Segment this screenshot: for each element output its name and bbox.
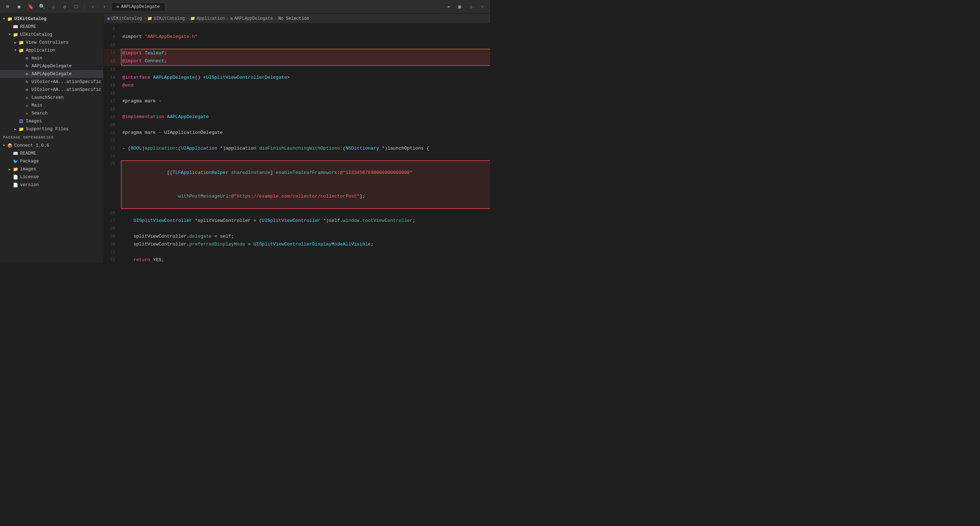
sidebar-item-uikitkatalog[interactable]: ▼ 📁 UIKitCatalog [0,31,103,39]
line-content: @import Connect; [121,57,490,66]
app-icon-btn[interactable]: ⊞ [3,2,12,11]
line-content: withPostMessageUrl:@"https://example.com… [121,185,490,209]
code-line-17: 17 #pragma mark - [104,97,490,105]
line-content: @implementation AAPLAppDelegate [121,113,490,121]
breadcrumb-label: Application [197,16,225,21]
shape-btn[interactable]: □ [72,2,81,11]
sidebar-item-uicolor-m[interactable]: m UIColor+AA...ationSpecific [0,86,103,94]
arrow-placeholder [19,111,24,116]
active-tab[interactable]: m AAPLAppDelegate [111,3,165,11]
line-content: #import "AAPLAppDelegate.h" [121,33,490,41]
doc-icon: 📄 [12,182,19,188]
sidebar-item-connect-pkg[interactable]: ▼ 📦 Connect 1.0.6 [0,142,103,150]
toolbar-right: ⇥ ▣ ⚠ ✕ [444,2,487,11]
sidebar-item-aaplappdelegate-m[interactable]: m AAPLAppDelegate [0,70,103,78]
img-icon: 🖼 [18,118,24,124]
book-icon: 📖 [12,150,19,157]
breadcrumb-item-5[interactable]: No Selection [278,16,309,21]
line-content: return YES; [121,256,490,263]
arrow-placeholder [19,103,24,108]
sidebar-item-package[interactable]: 🐦 Package [0,158,103,165]
sidebar-item-supporting-files[interactable]: ▶ 📁 Supporting Files [0,125,103,133]
line-number: 29 [104,233,121,241]
line-number: 32 [104,256,121,263]
line-number: 19 [104,113,121,121]
sidebar-item-label: README [20,24,36,29]
sidebar-item-version[interactable]: 📄 version [0,181,103,189]
line-number: 10 [104,41,121,49]
sidebar-item-main-m[interactable]: m main [0,54,103,62]
sidebar-item-license[interactable]: 📄 License [0,173,103,181]
sidebar-item-label: UIKitCatalog [14,16,46,21]
split-view-btn[interactable]: ⇥ [444,2,453,11]
code-editor[interactable]: 8 9 #import "AAPLAppDelegate.h" 10 11 @i… [104,24,490,263]
arrow-placeholder [19,72,24,77]
sidebar-item-launchscreen[interactable]: ✕ LaunchScreen [0,94,103,102]
code-line-12: 12 @import Connect; [104,57,490,66]
line-number: 15 [104,81,121,89]
code-line-28: 28 [104,225,490,233]
sidebar-item-aaplappdelegate-h[interactable]: h AAPLAppDelegate [0,62,103,70]
warning-btn[interactable]: ⚠️ [49,2,58,11]
sidebar-item-readme-pkg[interactable]: 📖 README [0,150,103,158]
sidebar-item-label: Images [26,119,42,124]
code-line-27: 27 UISplitViewController *splitViewContr… [104,217,490,225]
sidebar-item-application[interactable]: ▼ 📁 Application [0,46,103,54]
breadcrumb-item-4[interactable]: m AAPLAppDelegate [230,16,273,21]
code-line-18: 18 [104,105,490,113]
sep2: › [186,16,189,21]
sidebar-item-images[interactable]: 🖼 Images [0,117,103,125]
line-number: 11 [104,49,121,57]
scheme-btn[interactable]: 🔖 [26,2,35,11]
line-number: 21 [104,129,121,137]
expand-arrow-icon: ▼ [7,32,12,37]
code-line-29: 29 splitViewController.delegate = self; [104,233,490,241]
code-line-8: 8 [104,25,490,33]
sidebar-item-images-pkg[interactable]: ▶ 📁 images [0,165,103,173]
m-bc-icon: m [230,16,233,21]
line-number: 26 [104,209,121,217]
sidebar-item-label: Application [26,48,56,53]
divider1 [84,3,85,10]
nav-fwd-btn[interactable]: › [100,2,109,11]
breadcrumb-label: AAPLAppDelegate [234,16,273,21]
m-icon: m [24,55,30,62]
xib-icon: ✕ [24,102,30,109]
arrow-placeholder [19,80,24,84]
sidebar-item-readme-root[interactable]: 📖 README [0,23,103,31]
search-icon-btn[interactable]: 🔍 [37,2,46,11]
line-number: 27 [104,217,121,225]
breadcrumb-item-1[interactable]: ▣ UIKitCatalog [107,16,142,21]
line-content: #pragma mark - [121,97,490,105]
line-number: 17 [104,97,121,105]
m-icon: m [24,87,30,93]
pkg2-icon: 🐦 [12,158,19,164]
layout-btn[interactable]: ▣ [455,2,464,11]
sidebar-item-root[interactable]: ▼ 📁 UIKitCatalog [0,15,103,23]
sidebar-item-label: README [20,151,36,156]
line-number: 8 [104,25,121,33]
breadcrumb-item-2[interactable]: 📁 UIKitCatalog [147,16,185,21]
sidebar-item-main-xib[interactable]: ✕ Main [0,102,103,110]
sidebar-item-label: UIColor+AA...ationSpecific [32,80,101,84]
line-content: [[TLFApplicationHelper sharedInstance] e… [121,160,490,185]
xib-icon: ✕ [24,94,30,101]
sidebar-item-view-controllers[interactable]: ▶ 📁 View Controllers [0,39,103,46]
line-number: 13 [104,66,121,74]
error-indicator[interactable]: ✕ [478,2,487,11]
code-line-14: 14 @interface AAPLAppDelegate() <UISplit… [104,74,490,81]
arrow-placeholder [19,87,24,92]
sidebar-item-uicolor-h[interactable]: h UIColor+AA...ationSpecific [0,78,103,86]
stop-btn[interactable]: ◼ [14,2,24,11]
expand-arrow-icon: ▼ [2,143,6,148]
nav-back-btn[interactable]: ‹ [88,2,98,11]
sidebar-item-label: License [20,175,39,180]
sidebar-item-label: Main [32,103,42,108]
breadcrumb-item-3[interactable]: 📁 Application [190,16,225,21]
xib-icon: ✕ [24,110,30,116]
warning-indicator[interactable]: ⚠ [466,2,476,11]
bookmark-btn[interactable]: ◇ [60,2,69,11]
line-content: #pragma mark - UIApplicationDelegate [121,129,490,137]
sidebar-item-label: Supporting Files [26,127,69,132]
sidebar-item-search-xib[interactable]: ✕ Search [0,110,103,117]
